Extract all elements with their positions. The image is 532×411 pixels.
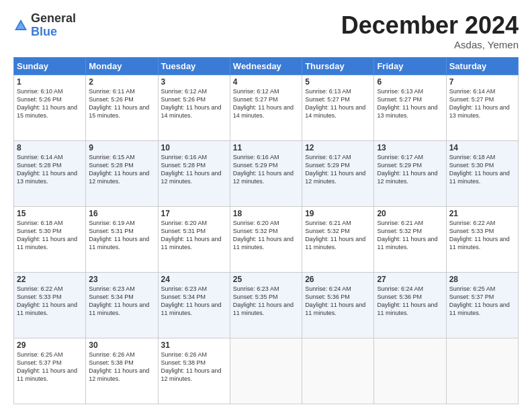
- calendar-week-row: 22Sunrise: 6:22 AMSunset: 5:33 PMDayligh…: [14, 272, 519, 338]
- calendar-cell: [446, 338, 518, 404]
- day-number: 7: [449, 77, 515, 87]
- day-number: 9: [89, 143, 154, 152]
- cell-info: Sunrise: 6:13 AMSunset: 5:27 PMDaylight:…: [377, 87, 443, 120]
- day-header-thursday: Thursday: [302, 57, 374, 75]
- cell-info: Sunrise: 6:18 AMSunset: 5:30 PMDaylight:…: [17, 219, 83, 252]
- calendar-cell: 17Sunrise: 6:20 AMSunset: 5:31 PMDayligh…: [158, 206, 230, 272]
- cell-info: Sunrise: 6:19 AMSunset: 5:31 PMDaylight:…: [89, 219, 154, 252]
- calendar-cell: 3Sunrise: 6:12 AMSunset: 5:26 PMDaylight…: [158, 75, 230, 140]
- calendar-cell: 18Sunrise: 6:20 AMSunset: 5:32 PMDayligh…: [230, 206, 302, 272]
- day-number: 1: [17, 77, 83, 87]
- day-number: 18: [233, 209, 299, 218]
- header: General Blue December 2024 Asdas, Yemen: [13, 12, 519, 50]
- day-header-wednesday: Wednesday: [230, 57, 302, 75]
- cell-info: Sunrise: 6:15 AMSunset: 5:28 PMDaylight:…: [89, 153, 154, 186]
- day-number: 8: [17, 143, 83, 152]
- calendar-cell: 16Sunrise: 6:19 AMSunset: 5:31 PMDayligh…: [86, 206, 158, 272]
- calendar-cell: 1Sunrise: 6:10 AMSunset: 5:26 PMDaylight…: [14, 75, 86, 140]
- calendar-cell: 12Sunrise: 6:17 AMSunset: 5:29 PMDayligh…: [302, 140, 374, 206]
- cell-info: Sunrise: 6:17 AMSunset: 5:29 PMDaylight:…: [377, 153, 443, 186]
- logo: General Blue: [13, 12, 76, 39]
- day-number: 6: [377, 77, 443, 87]
- calendar-cell: 10Sunrise: 6:16 AMSunset: 5:28 PMDayligh…: [158, 140, 230, 206]
- calendar-cell: 13Sunrise: 6:17 AMSunset: 5:29 PMDayligh…: [374, 140, 446, 206]
- cell-info: Sunrise: 6:20 AMSunset: 5:31 PMDaylight:…: [161, 219, 227, 252]
- calendar-cell: 24Sunrise: 6:23 AMSunset: 5:34 PMDayligh…: [158, 272, 230, 338]
- day-number: 11: [233, 143, 299, 152]
- calendar-cell: 20Sunrise: 6:21 AMSunset: 5:32 PMDayligh…: [374, 206, 446, 272]
- cell-info: Sunrise: 6:22 AMSunset: 5:33 PMDaylight:…: [449, 219, 515, 252]
- cell-info: Sunrise: 6:24 AMSunset: 5:36 PMDaylight:…: [377, 285, 443, 318]
- cell-info: Sunrise: 6:21 AMSunset: 5:32 PMDaylight:…: [305, 219, 371, 252]
- day-number: 23: [89, 275, 154, 284]
- cell-info: Sunrise: 6:23 AMSunset: 5:34 PMDaylight:…: [161, 285, 227, 318]
- day-number: 4: [233, 77, 299, 87]
- day-header-saturday: Saturday: [446, 57, 518, 75]
- day-number: 12: [305, 143, 371, 152]
- calendar-week-row: 8Sunrise: 6:14 AMSunset: 5:28 PMDaylight…: [14, 140, 519, 206]
- cell-info: Sunrise: 6:21 AMSunset: 5:32 PMDaylight:…: [377, 219, 443, 252]
- calendar-cell: [302, 338, 374, 404]
- day-number: 16: [89, 209, 154, 218]
- day-header-tuesday: Tuesday: [158, 57, 230, 75]
- calendar-cell: 14Sunrise: 6:18 AMSunset: 5:30 PMDayligh…: [446, 140, 518, 206]
- cell-info: Sunrise: 6:13 AMSunset: 5:27 PMDaylight:…: [305, 87, 371, 120]
- logo-icon: [13, 18, 28, 33]
- calendar-week-row: 29Sunrise: 6:25 AMSunset: 5:37 PMDayligh…: [14, 338, 519, 404]
- calendar-cell: 15Sunrise: 6:18 AMSunset: 5:30 PMDayligh…: [14, 206, 86, 272]
- calendar-cell: 23Sunrise: 6:23 AMSunset: 5:34 PMDayligh…: [86, 272, 158, 338]
- day-number: 24: [161, 275, 227, 284]
- day-number: 14: [449, 143, 515, 152]
- calendar-week-row: 1Sunrise: 6:10 AMSunset: 5:26 PMDaylight…: [14, 75, 519, 140]
- month-title: December 2024: [341, 12, 519, 39]
- calendar-week-row: 15Sunrise: 6:18 AMSunset: 5:30 PMDayligh…: [14, 206, 519, 272]
- day-number: 2: [89, 77, 154, 87]
- day-number: 26: [305, 275, 371, 284]
- day-header-friday: Friday: [374, 57, 446, 75]
- calendar-cell: 29Sunrise: 6:25 AMSunset: 5:37 PMDayligh…: [14, 338, 86, 404]
- cell-info: Sunrise: 6:12 AMSunset: 5:26 PMDaylight:…: [161, 87, 227, 120]
- cell-info: Sunrise: 6:11 AMSunset: 5:26 PMDaylight:…: [89, 87, 154, 120]
- cell-info: Sunrise: 6:16 AMSunset: 5:28 PMDaylight:…: [161, 153, 227, 186]
- calendar-cell: [374, 338, 446, 404]
- calendar-cell: 19Sunrise: 6:21 AMSunset: 5:32 PMDayligh…: [302, 206, 374, 272]
- day-number: 20: [377, 209, 443, 218]
- calendar-cell: 28Sunrise: 6:25 AMSunset: 5:37 PMDayligh…: [446, 272, 518, 338]
- cell-info: Sunrise: 6:12 AMSunset: 5:27 PMDaylight:…: [233, 87, 299, 120]
- calendar-cell: 2Sunrise: 6:11 AMSunset: 5:26 PMDaylight…: [86, 75, 158, 140]
- page: General Blue December 2024 Asdas, Yemen …: [0, 0, 532, 411]
- cell-info: Sunrise: 6:23 AMSunset: 5:34 PMDaylight:…: [89, 285, 154, 318]
- calendar-cell: 4Sunrise: 6:12 AMSunset: 5:27 PMDaylight…: [230, 75, 302, 140]
- cell-info: Sunrise: 6:17 AMSunset: 5:29 PMDaylight:…: [305, 153, 371, 186]
- day-number: 31: [161, 340, 227, 350]
- calendar-cell: 30Sunrise: 6:26 AMSunset: 5:38 PMDayligh…: [86, 338, 158, 404]
- cell-info: Sunrise: 6:24 AMSunset: 5:36 PMDaylight:…: [305, 285, 371, 318]
- cell-info: Sunrise: 6:16 AMSunset: 5:29 PMDaylight:…: [233, 153, 299, 186]
- calendar-cell: 22Sunrise: 6:22 AMSunset: 5:33 PMDayligh…: [14, 272, 86, 338]
- day-number: 25: [233, 275, 299, 284]
- calendar-cell: 21Sunrise: 6:22 AMSunset: 5:33 PMDayligh…: [446, 206, 518, 272]
- day-number: 22: [17, 275, 83, 284]
- title-section: December 2024 Asdas, Yemen: [341, 12, 519, 50]
- day-number: 5: [305, 77, 371, 87]
- calendar-cell: 25Sunrise: 6:23 AMSunset: 5:35 PMDayligh…: [230, 272, 302, 338]
- day-number: 30: [89, 340, 154, 350]
- day-number: 10: [161, 143, 227, 152]
- day-header-sunday: Sunday: [14, 57, 86, 75]
- cell-info: Sunrise: 6:14 AMSunset: 5:27 PMDaylight:…: [449, 87, 515, 120]
- day-number: 13: [377, 143, 443, 152]
- cell-info: Sunrise: 6:25 AMSunset: 5:37 PMDaylight:…: [17, 351, 83, 383]
- logo-blue-text: Blue: [31, 26, 76, 39]
- day-number: 27: [377, 275, 443, 284]
- day-number: 29: [17, 340, 83, 350]
- calendar-header-row: SundayMondayTuesdayWednesdayThursdayFrid…: [14, 57, 519, 75]
- calendar-cell: 27Sunrise: 6:24 AMSunset: 5:36 PMDayligh…: [374, 272, 446, 338]
- calendar-cell: 6Sunrise: 6:13 AMSunset: 5:27 PMDaylight…: [374, 75, 446, 140]
- cell-info: Sunrise: 6:18 AMSunset: 5:30 PMDaylight:…: [449, 153, 515, 186]
- cell-info: Sunrise: 6:25 AMSunset: 5:37 PMDaylight:…: [449, 285, 515, 318]
- day-number: 19: [305, 209, 371, 218]
- day-number: 21: [449, 209, 515, 218]
- cell-info: Sunrise: 6:20 AMSunset: 5:32 PMDaylight:…: [233, 219, 299, 252]
- cell-info: Sunrise: 6:23 AMSunset: 5:35 PMDaylight:…: [233, 285, 299, 318]
- cell-info: Sunrise: 6:22 AMSunset: 5:33 PMDaylight:…: [17, 285, 83, 318]
